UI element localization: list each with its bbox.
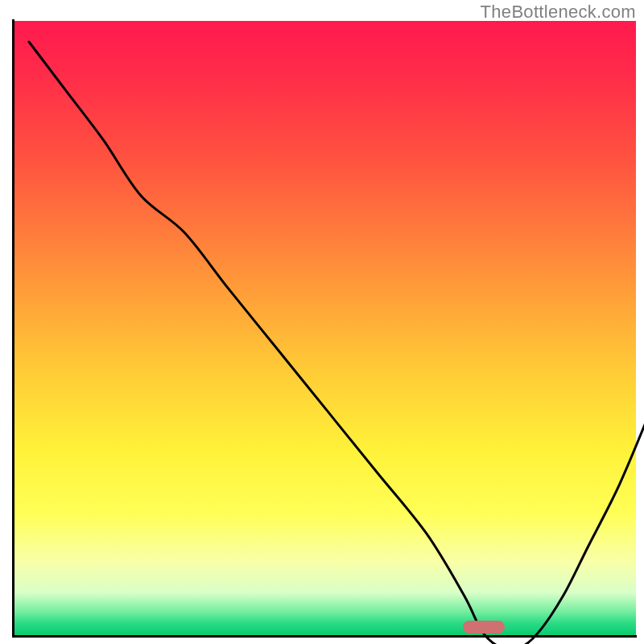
y-axis	[12, 19, 14, 638]
plot-area	[14, 21, 636, 636]
watermark-text: TheBottleneck.com	[481, 2, 636, 23]
bottleneck-curve	[29, 42, 644, 644]
optimal-marker	[463, 621, 505, 634]
x-axis	[12, 635, 637, 638]
chart-container: TheBottleneck.com	[0, 0, 644, 644]
